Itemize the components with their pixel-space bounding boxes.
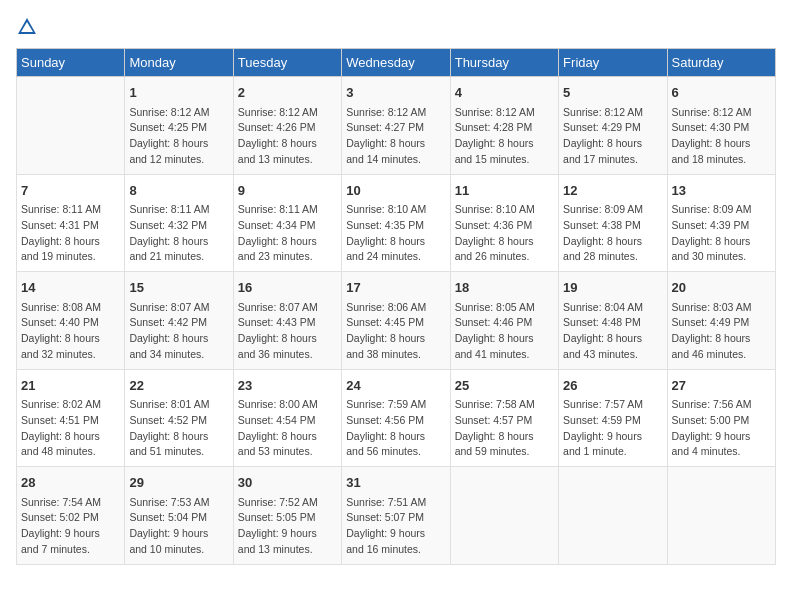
calendar-cell: 29Sunrise: 7:53 AM Sunset: 5:04 PM Dayli…: [125, 467, 233, 565]
calendar-cell: 22Sunrise: 8:01 AM Sunset: 4:52 PM Dayli…: [125, 369, 233, 467]
day-number: 10: [346, 181, 445, 201]
day-info: Sunrise: 8:12 AM Sunset: 4:28 PM Dayligh…: [455, 105, 554, 168]
day-info: Sunrise: 8:08 AM Sunset: 4:40 PM Dayligh…: [21, 300, 120, 363]
day-number: 11: [455, 181, 554, 201]
col-header-saturday: Saturday: [667, 49, 775, 77]
col-header-tuesday: Tuesday: [233, 49, 341, 77]
day-info: Sunrise: 7:51 AM Sunset: 5:07 PM Dayligh…: [346, 495, 445, 558]
calendar-cell: [559, 467, 667, 565]
day-info: Sunrise: 8:12 AM Sunset: 4:26 PM Dayligh…: [238, 105, 337, 168]
week-row-2: 7Sunrise: 8:11 AM Sunset: 4:31 PM Daylig…: [17, 174, 776, 272]
week-row-3: 14Sunrise: 8:08 AM Sunset: 4:40 PM Dayli…: [17, 272, 776, 370]
header-row: SundayMondayTuesdayWednesdayThursdayFrid…: [17, 49, 776, 77]
day-info: Sunrise: 7:59 AM Sunset: 4:56 PM Dayligh…: [346, 397, 445, 460]
calendar-table: SundayMondayTuesdayWednesdayThursdayFrid…: [16, 48, 776, 565]
day-info: Sunrise: 8:07 AM Sunset: 4:42 PM Dayligh…: [129, 300, 228, 363]
calendar-cell: 12Sunrise: 8:09 AM Sunset: 4:38 PM Dayli…: [559, 174, 667, 272]
day-number: 14: [21, 278, 120, 298]
week-row-5: 28Sunrise: 7:54 AM Sunset: 5:02 PM Dayli…: [17, 467, 776, 565]
calendar-cell: 24Sunrise: 7:59 AM Sunset: 4:56 PM Dayli…: [342, 369, 450, 467]
day-info: Sunrise: 8:11 AM Sunset: 4:32 PM Dayligh…: [129, 202, 228, 265]
calendar-cell: [17, 77, 125, 175]
calendar-cell: 6Sunrise: 8:12 AM Sunset: 4:30 PM Daylig…: [667, 77, 775, 175]
day-info: Sunrise: 8:03 AM Sunset: 4:49 PM Dayligh…: [672, 300, 771, 363]
day-info: Sunrise: 7:58 AM Sunset: 4:57 PM Dayligh…: [455, 397, 554, 460]
day-number: 27: [672, 376, 771, 396]
day-info: Sunrise: 8:12 AM Sunset: 4:29 PM Dayligh…: [563, 105, 662, 168]
calendar-cell: 18Sunrise: 8:05 AM Sunset: 4:46 PM Dayli…: [450, 272, 558, 370]
day-number: 16: [238, 278, 337, 298]
day-info: Sunrise: 8:12 AM Sunset: 4:30 PM Dayligh…: [672, 105, 771, 168]
day-number: 28: [21, 473, 120, 493]
day-number: 8: [129, 181, 228, 201]
calendar-cell: 14Sunrise: 8:08 AM Sunset: 4:40 PM Dayli…: [17, 272, 125, 370]
day-number: 15: [129, 278, 228, 298]
calendar-cell: 3Sunrise: 8:12 AM Sunset: 4:27 PM Daylig…: [342, 77, 450, 175]
header: [16, 16, 776, 38]
col-header-sunday: Sunday: [17, 49, 125, 77]
calendar-cell: 28Sunrise: 7:54 AM Sunset: 5:02 PM Dayli…: [17, 467, 125, 565]
day-number: 20: [672, 278, 771, 298]
calendar-cell: 8Sunrise: 8:11 AM Sunset: 4:32 PM Daylig…: [125, 174, 233, 272]
calendar-cell: 30Sunrise: 7:52 AM Sunset: 5:05 PM Dayli…: [233, 467, 341, 565]
day-number: 30: [238, 473, 337, 493]
day-info: Sunrise: 8:09 AM Sunset: 4:39 PM Dayligh…: [672, 202, 771, 265]
week-row-1: 1Sunrise: 8:12 AM Sunset: 4:25 PM Daylig…: [17, 77, 776, 175]
day-info: Sunrise: 7:57 AM Sunset: 4:59 PM Dayligh…: [563, 397, 662, 460]
calendar-cell: 2Sunrise: 8:12 AM Sunset: 4:26 PM Daylig…: [233, 77, 341, 175]
day-info: Sunrise: 8:11 AM Sunset: 4:34 PM Dayligh…: [238, 202, 337, 265]
day-number: 7: [21, 181, 120, 201]
calendar-cell: 26Sunrise: 7:57 AM Sunset: 4:59 PM Dayli…: [559, 369, 667, 467]
day-info: Sunrise: 8:01 AM Sunset: 4:52 PM Dayligh…: [129, 397, 228, 460]
day-info: Sunrise: 8:10 AM Sunset: 4:36 PM Dayligh…: [455, 202, 554, 265]
calendar-cell: 11Sunrise: 8:10 AM Sunset: 4:36 PM Dayli…: [450, 174, 558, 272]
calendar-cell: 27Sunrise: 7:56 AM Sunset: 5:00 PM Dayli…: [667, 369, 775, 467]
calendar-cell: 21Sunrise: 8:02 AM Sunset: 4:51 PM Dayli…: [17, 369, 125, 467]
day-number: 12: [563, 181, 662, 201]
calendar-cell: 17Sunrise: 8:06 AM Sunset: 4:45 PM Dayli…: [342, 272, 450, 370]
day-info: Sunrise: 8:12 AM Sunset: 4:27 PM Dayligh…: [346, 105, 445, 168]
calendar-cell: 4Sunrise: 8:12 AM Sunset: 4:28 PM Daylig…: [450, 77, 558, 175]
day-number: 26: [563, 376, 662, 396]
logo-icon: [16, 16, 38, 38]
day-number: 24: [346, 376, 445, 396]
day-info: Sunrise: 8:10 AM Sunset: 4:35 PM Dayligh…: [346, 202, 445, 265]
week-row-4: 21Sunrise: 8:02 AM Sunset: 4:51 PM Dayli…: [17, 369, 776, 467]
day-number: 13: [672, 181, 771, 201]
col-header-wednesday: Wednesday: [342, 49, 450, 77]
calendar-cell: 20Sunrise: 8:03 AM Sunset: 4:49 PM Dayli…: [667, 272, 775, 370]
day-info: Sunrise: 7:53 AM Sunset: 5:04 PM Dayligh…: [129, 495, 228, 558]
calendar-cell: 31Sunrise: 7:51 AM Sunset: 5:07 PM Dayli…: [342, 467, 450, 565]
day-number: 19: [563, 278, 662, 298]
day-number: 23: [238, 376, 337, 396]
day-number: 29: [129, 473, 228, 493]
day-number: 4: [455, 83, 554, 103]
calendar-cell: 25Sunrise: 7:58 AM Sunset: 4:57 PM Dayli…: [450, 369, 558, 467]
calendar-cell: 10Sunrise: 8:10 AM Sunset: 4:35 PM Dayli…: [342, 174, 450, 272]
day-number: 18: [455, 278, 554, 298]
calendar-cell: 13Sunrise: 8:09 AM Sunset: 4:39 PM Dayli…: [667, 174, 775, 272]
calendar-cell: 1Sunrise: 8:12 AM Sunset: 4:25 PM Daylig…: [125, 77, 233, 175]
day-number: 2: [238, 83, 337, 103]
day-number: 1: [129, 83, 228, 103]
day-number: 5: [563, 83, 662, 103]
day-info: Sunrise: 8:02 AM Sunset: 4:51 PM Dayligh…: [21, 397, 120, 460]
calendar-cell: 7Sunrise: 8:11 AM Sunset: 4:31 PM Daylig…: [17, 174, 125, 272]
day-info: Sunrise: 7:52 AM Sunset: 5:05 PM Dayligh…: [238, 495, 337, 558]
day-info: Sunrise: 8:06 AM Sunset: 4:45 PM Dayligh…: [346, 300, 445, 363]
day-info: Sunrise: 8:07 AM Sunset: 4:43 PM Dayligh…: [238, 300, 337, 363]
day-info: Sunrise: 8:05 AM Sunset: 4:46 PM Dayligh…: [455, 300, 554, 363]
day-number: 17: [346, 278, 445, 298]
day-info: Sunrise: 7:56 AM Sunset: 5:00 PM Dayligh…: [672, 397, 771, 460]
calendar-cell: 9Sunrise: 8:11 AM Sunset: 4:34 PM Daylig…: [233, 174, 341, 272]
day-number: 6: [672, 83, 771, 103]
calendar-cell: 16Sunrise: 8:07 AM Sunset: 4:43 PM Dayli…: [233, 272, 341, 370]
col-header-thursday: Thursday: [450, 49, 558, 77]
day-number: 3: [346, 83, 445, 103]
calendar-cell: 5Sunrise: 8:12 AM Sunset: 4:29 PM Daylig…: [559, 77, 667, 175]
day-number: 9: [238, 181, 337, 201]
day-info: Sunrise: 7:54 AM Sunset: 5:02 PM Dayligh…: [21, 495, 120, 558]
col-header-monday: Monday: [125, 49, 233, 77]
calendar-cell: [667, 467, 775, 565]
calendar-cell: 15Sunrise: 8:07 AM Sunset: 4:42 PM Dayli…: [125, 272, 233, 370]
